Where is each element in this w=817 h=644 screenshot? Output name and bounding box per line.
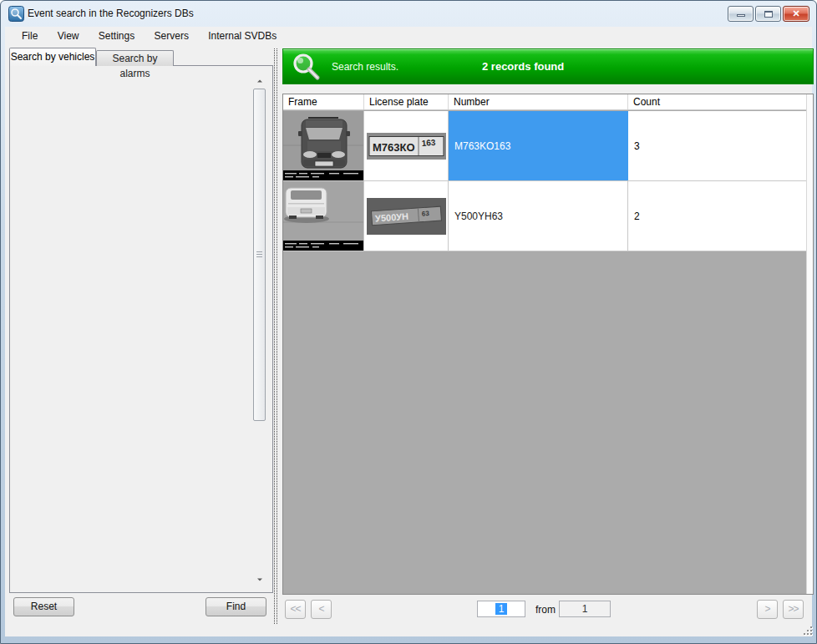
results-table: Frame License plate Number Count [282, 94, 814, 595]
tab-search-by-alarms[interactable]: Search by alarms [96, 50, 174, 66]
from-label: from [535, 604, 556, 616]
number-cell[interactable]: M763KO163 [449, 111, 628, 180]
close-button[interactable]: ✕ [783, 6, 809, 22]
find-button[interactable]: Find [206, 597, 266, 616]
banner-record-count: 2 records found [482, 60, 564, 73]
minimize-icon [737, 14, 745, 17]
frame-photo [283, 111, 363, 180]
app-magnifier-icon [8, 6, 24, 22]
pagination-prev-button[interactable]: < [311, 600, 332, 619]
plate-number-text: М763КО [373, 141, 415, 154]
plate-region-text: 63 [421, 210, 429, 218]
page-value: 1 [495, 603, 508, 615]
results-banner: Search results. 2 records found [282, 48, 814, 84]
resize-grip[interactable] [801, 624, 812, 635]
pagination-last-button[interactable]: >> [783, 600, 804, 619]
minimize-button[interactable] [728, 6, 754, 22]
titlebar[interactable]: Event search in the Recognizers DBs ✕ [1, 1, 816, 26]
menubar: File View Settings Servers Internal SVDB… [5, 27, 812, 45]
down-arrow-icon [257, 579, 262, 581]
table-header: Frame License plate Number Count [283, 94, 806, 110]
column-header-number[interactable]: Number [449, 94, 628, 109]
thumb-gripper-icon [256, 251, 262, 258]
menu-item-settings[interactable]: Settings [90, 27, 143, 45]
panel-scrollbar[interactable] [252, 74, 266, 586]
frame-cell[interactable] [283, 181, 364, 251]
scroll-down-button[interactable] [252, 573, 266, 586]
up-arrow-icon [257, 80, 262, 83]
table-row[interactable]: М763КО 163 M763KO163 3 [283, 111, 806, 181]
menu-item-view[interactable]: View [49, 27, 88, 45]
number-cell[interactable]: Y500YH63 [449, 181, 628, 251]
maximize-button[interactable] [755, 6, 781, 22]
license-plate-cell[interactable]: М763КО 163 [364, 111, 449, 180]
maximize-icon [764, 11, 773, 18]
plate-photo: У500УН 63 [367, 198, 446, 235]
pagination-first-button[interactable]: << [285, 600, 306, 619]
scroll-thumb[interactable] [253, 89, 266, 421]
count-cell[interactable]: 2 [628, 181, 806, 251]
total-pages-box: 1 [559, 601, 611, 617]
pagination-next-button[interactable]: > [757, 600, 778, 619]
plate-photo: М763КО 163 [367, 133, 446, 160]
frame-cell[interactable] [283, 111, 364, 180]
table-row[interactable]: У500УН 63 Y500YH63 2 [283, 181, 806, 251]
menu-item-servers[interactable]: Servers [146, 27, 197, 45]
frame-photo [283, 181, 363, 251]
banner-title: Search results. [332, 61, 398, 73]
window-controls: ✕ [728, 6, 809, 22]
tab-search-by-vehicles[interactable]: Search by vehicles [9, 48, 96, 66]
close-icon: ✕ [792, 8, 799, 18]
window-title: Event search in the Recognizers DBs [28, 8, 194, 19]
column-header-count[interactable]: Count [628, 94, 806, 109]
menu-item-file[interactable]: File [13, 27, 46, 45]
panel-splitter[interactable] [274, 48, 277, 624]
page-input[interactable]: 1 [477, 601, 525, 617]
column-header-license-plate[interactable]: License plate [364, 94, 449, 109]
app-window: Event search in the Recognizers DBs ✕ Fi… [0, 0, 817, 644]
menu-item-internal-svdbs[interactable]: Internal SVDBs [200, 27, 285, 45]
license-plate-cell[interactable]: У500УН 63 [364, 181, 449, 251]
reset-button[interactable]: Reset [13, 597, 74, 616]
grid-scrollbar-track[interactable] [806, 94, 813, 594]
search-icon [290, 52, 323, 84]
plate-region-text: 163 [421, 137, 436, 147]
search-by-vehicles-page [9, 65, 273, 593]
scroll-up-button[interactable] [252, 74, 266, 88]
column-header-frame[interactable]: Frame [283, 94, 364, 109]
count-cell[interactable]: 3 [628, 111, 806, 180]
